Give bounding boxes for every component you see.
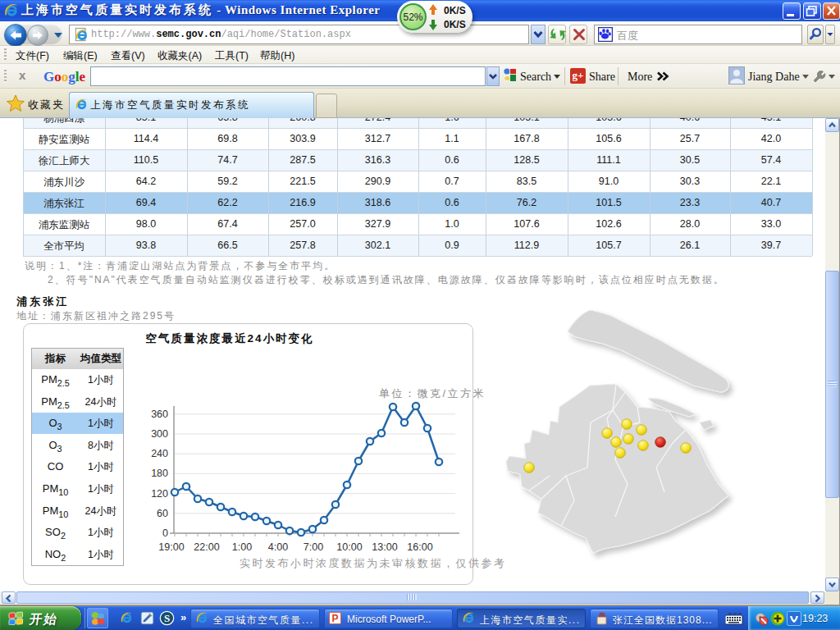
svg-text:22:00: 22:00 [194, 541, 219, 553]
svg-text:13:00: 13:00 [372, 541, 397, 553]
svg-text:19:00: 19:00 [158, 541, 184, 553]
svg-text:16:00: 16:00 [407, 541, 432, 553]
svg-text:240: 240 [151, 448, 168, 459]
svg-text:1:00: 1:00 [232, 541, 252, 553]
svg-text:7:00: 7:00 [304, 541, 323, 553]
svg-text:4:00: 4:00 [268, 541, 288, 553]
svg-text:S: S [164, 612, 170, 624]
svg-text:60: 60 [157, 508, 168, 519]
svg-text:360: 360 [151, 409, 168, 420]
svg-text:180: 180 [151, 468, 168, 479]
svg-text:10:00: 10:00 [336, 541, 362, 553]
svg-text:120: 120 [151, 488, 168, 500]
svg-text:0: 0 [162, 527, 168, 539]
svg-text:300: 300 [151, 428, 168, 440]
